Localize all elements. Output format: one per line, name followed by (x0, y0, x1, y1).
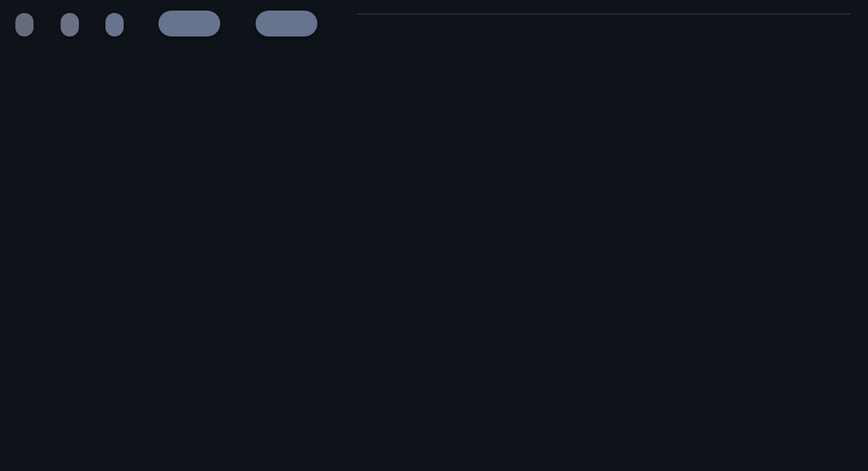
artifacts-tabstrip (357, 8, 850, 15)
pagination-prev-button[interactable] (15, 13, 34, 37)
artifacts-panel (357, 0, 868, 29)
next-step-button[interactable] (256, 11, 317, 37)
pagination-page-button[interactable] (61, 13, 79, 37)
prev-step-button[interactable] (158, 11, 220, 37)
tasks-pagination (15, 13, 124, 37)
tasks-panel (15, 0, 119, 37)
pagination-next-button[interactable] (105, 13, 124, 37)
steps-nav (158, 11, 317, 37)
steps-panel (158, 0, 317, 49)
